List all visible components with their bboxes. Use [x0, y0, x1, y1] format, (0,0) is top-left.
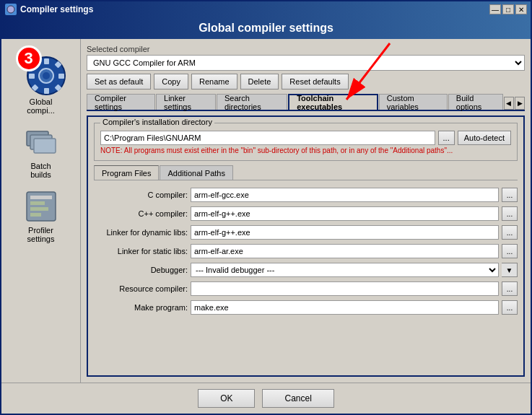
compiler-select-row: GNU GCC Compiler for ARM — [87, 55, 525, 71]
make-input[interactable] — [191, 300, 499, 315]
form-row-resource-compiler: Resource compiler: ... — [94, 281, 518, 296]
delete-button[interactable]: Delete — [240, 74, 279, 89]
sidebar-item-batch[interactable]: Batchbuilds — [5, 121, 77, 182]
form-row-c-compiler: C compiler: ... — [94, 188, 518, 202]
sidebar-label-batch: Batchbuilds — [30, 162, 51, 179]
sidebar: 3 — [1, 39, 81, 383]
install-dir-row: ... Auto-detect — [100, 131, 511, 145]
minimize-button[interactable]: — — [489, 4, 501, 14]
debugger-select[interactable]: --- Invalid debugger --- — [191, 263, 499, 277]
make-browse[interactable]: ... — [502, 300, 518, 315]
title-bar: Compiler settings — □ ✕ — [1, 1, 531, 17]
bottom-bar: OK Cancel — [1, 383, 531, 414]
batch-icon — [23, 124, 59, 160]
svg-rect-17 — [30, 201, 45, 205]
svg-point-0 — [7, 6, 14, 13]
svg-point-11 — [43, 72, 50, 79]
svg-rect-16 — [30, 196, 52, 199]
resource-compiler-label: Resource compiler: — [94, 284, 188, 293]
tab-toolchain-executables[interactable]: Toolchain executables — [288, 94, 378, 110]
c-compiler-label: C compiler: — [94, 191, 188, 199]
ok-button[interactable]: OK — [198, 389, 255, 408]
sub-tab-additional-paths[interactable]: Additional Paths — [160, 165, 233, 180]
tabs-wrapper: Compiler settings Linker settings Search… — [87, 94, 525, 111]
install-dir-note: NOTE: All programs must exist either in … — [100, 147, 511, 154]
install-dir-input[interactable] — [100, 131, 435, 145]
form-row-make: Make program: ... — [94, 300, 518, 315]
close-button[interactable]: ✕ — [515, 4, 527, 14]
tab-search-directories[interactable]: Search directories — [217, 94, 287, 110]
form-row-cpp-compiler: C++ compiler: ... — [94, 206, 518, 221]
sidebar-label-profiler: Profilersettings — [27, 226, 55, 243]
copy-button[interactable]: Copy — [154, 74, 188, 89]
cpp-compiler-label: C++ compiler: — [94, 209, 188, 218]
main-window: Compiler settings — □ ✕ Global compiler … — [0, 0, 532, 415]
svg-rect-3 — [44, 88, 49, 94]
install-dir-browse-btn[interactable]: ... — [438, 131, 455, 145]
cpp-compiler-browse[interactable]: ... — [502, 206, 518, 221]
sub-tab-program-files[interactable]: Program Files — [94, 165, 159, 180]
svg-rect-4 — [29, 74, 35, 79]
svg-rect-14 — [34, 139, 56, 153]
main-panel: Selected compiler GNU GCC Compiler for A… — [81, 39, 531, 383]
tab-compiler-settings[interactable]: Compiler settings — [87, 94, 155, 110]
linker-static-label: Linker for static libs: — [94, 247, 188, 255]
rename-button[interactable]: Rename — [191, 74, 237, 89]
linker-dynamic-label: Linker for dynamic libs: — [94, 228, 188, 237]
set-default-button[interactable]: Set as default — [87, 74, 151, 89]
selected-compiler-section: Selected compiler GNU GCC Compiler for A… — [87, 45, 525, 89]
badge-3: 3 — [16, 45, 42, 71]
main-header: Global compiler settings — [1, 17, 531, 39]
linker-dynamic-input[interactable] — [191, 225, 499, 240]
compiler-select[interactable]: GNU GCC Compiler for ARM — [87, 55, 525, 71]
linker-dynamic-browse[interactable]: ... — [502, 225, 518, 240]
debugger-label: Debugger: — [94, 266, 188, 274]
selected-compiler-label: Selected compiler — [87, 45, 525, 53]
profiler-icon — [23, 188, 59, 224]
linker-static-input[interactable] — [191, 244, 499, 258]
svg-rect-2 — [44, 58, 49, 64]
cpp-compiler-input[interactable] — [191, 206, 499, 221]
svg-rect-19 — [30, 213, 41, 217]
sidebar-label-global: Globalcompi... — [27, 97, 55, 115]
tabs-container: Compiler settings Linker settings Search… — [87, 94, 525, 111]
content-area: 3 — [1, 39, 531, 383]
sidebar-item-profiler[interactable]: Profilersettings — [5, 185, 77, 246]
window-title: Compiler settings — [20, 4, 93, 14]
install-dir-title: Compiler's installation directory — [100, 118, 214, 126]
reset-defaults-button[interactable]: Reset defaults — [282, 74, 348, 89]
form-row-debugger: Debugger: --- Invalid debugger --- ▼ — [94, 263, 518, 277]
title-bar-left: Compiler settings — [5, 4, 93, 15]
compiler-button-row: Set as default Copy Rename Delete Reset … — [87, 74, 525, 89]
debugger-dropdown-icon: ▼ — [502, 263, 518, 277]
svg-rect-5 — [58, 74, 64, 79]
form-row-linker-static: Linker for static libs: ... — [94, 244, 518, 258]
global-icon-wrapper: 3 — [16, 45, 66, 96]
svg-rect-18 — [30, 207, 48, 211]
c-compiler-input[interactable] — [191, 188, 499, 202]
tab-linker-settings[interactable]: Linker settings — [156, 94, 216, 110]
resource-compiler-input[interactable] — [191, 281, 499, 296]
install-dir-group: Compiler's installation directory ... Au… — [94, 123, 518, 161]
tab-nav-right[interactable]: ▶ — [515, 97, 525, 110]
make-label: Make program: — [94, 303, 188, 312]
c-compiler-browse[interactable]: ... — [502, 188, 518, 202]
sub-tabs: Program Files Additional Paths — [94, 165, 518, 180]
cancel-button[interactable]: Cancel — [262, 389, 333, 408]
form-row-linker-dynamic: Linker for dynamic libs: ... — [94, 225, 518, 240]
tab-content: Compiler's installation directory ... Au… — [87, 115, 525, 377]
program-files-form: C compiler: ... C++ compiler: ... Linker… — [94, 185, 518, 370]
app-icon — [5, 4, 17, 15]
maximize-button[interactable]: □ — [502, 4, 514, 14]
linker-static-browse[interactable]: ... — [502, 244, 518, 258]
tab-build-options[interactable]: Build options — [448, 94, 503, 110]
tab-custom-variables[interactable]: Custom variables — [379, 94, 448, 110]
sidebar-item-global[interactable]: 3 — [5, 43, 77, 118]
window-controls: — □ ✕ — [489, 4, 527, 14]
tab-nav-left[interactable]: ◀ — [504, 97, 514, 110]
auto-detect-button[interactable]: Auto-detect — [458, 131, 511, 145]
resource-compiler-browse[interactable]: ... — [502, 281, 518, 296]
